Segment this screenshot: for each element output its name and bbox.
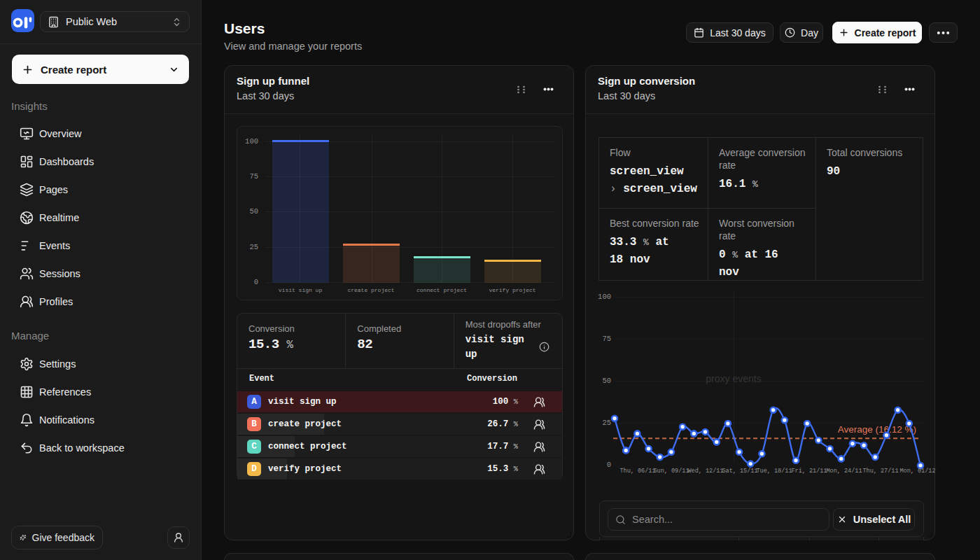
svg-text:Average (16.12 %): Average (16.12 %) [838, 424, 916, 435]
